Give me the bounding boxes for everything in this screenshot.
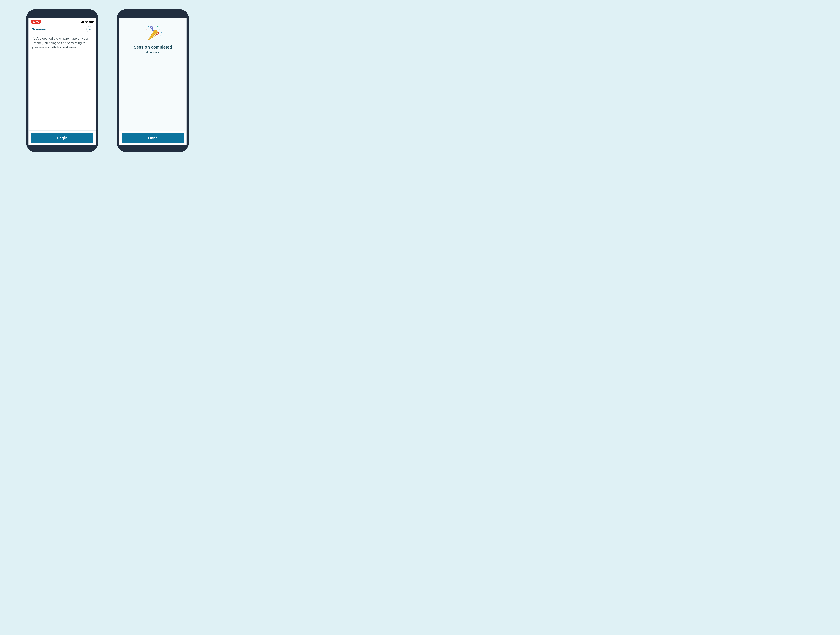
phone-mockup-left: 12:09 <box>26 9 98 152</box>
status-bar: 12:09 <box>28 19 96 25</box>
status-time-pill: 12:09 <box>31 20 41 24</box>
more-button[interactable] <box>86 26 92 32</box>
phone-mockup-right: Session completed Nice work! Done <box>117 9 189 152</box>
svg-rect-0 <box>81 22 81 23</box>
svg-point-10 <box>159 29 160 30</box>
battery-icon <box>89 21 94 23</box>
svg-rect-1 <box>82 22 82 23</box>
screen-right: Session completed Nice work! Done <box>119 18 187 145</box>
content-spacer <box>28 51 96 130</box>
ellipsis-icon <box>89 29 90 30</box>
completion-subtitle: Nice work! <box>145 51 160 54</box>
done-button[interactable]: Done <box>122 133 184 144</box>
ellipsis-icon <box>88 29 88 30</box>
footer: Begin <box>28 131 96 145</box>
begin-button[interactable]: Begin <box>31 133 93 144</box>
svg-rect-8 <box>157 26 159 27</box>
ellipsis-icon <box>90 29 91 30</box>
svg-rect-2 <box>82 21 83 23</box>
completion-title: Session completed <box>134 45 172 49</box>
footer: Done <box>119 131 186 145</box>
header-row: Scenario <box>28 25 96 34</box>
svg-point-13 <box>146 29 147 30</box>
scenario-body: You've opened the Amazon app on your iPh… <box>28 34 96 51</box>
svg-point-11 <box>161 32 162 33</box>
status-icons-group <box>81 21 94 23</box>
svg-rect-7 <box>148 25 149 27</box>
wifi-icon <box>85 21 88 23</box>
party-popper-icon <box>143 24 163 43</box>
completion-panel: Session completed Nice work! <box>119 19 186 131</box>
screen-left: 12:09 <box>28 18 96 145</box>
svg-rect-12 <box>159 35 161 36</box>
svg-rect-6 <box>93 21 94 22</box>
svg-point-9 <box>152 25 152 25</box>
scenario-title: Scenario <box>32 27 46 31</box>
cellular-icon <box>81 21 84 23</box>
svg-rect-3 <box>83 21 84 23</box>
svg-rect-5 <box>89 21 93 22</box>
